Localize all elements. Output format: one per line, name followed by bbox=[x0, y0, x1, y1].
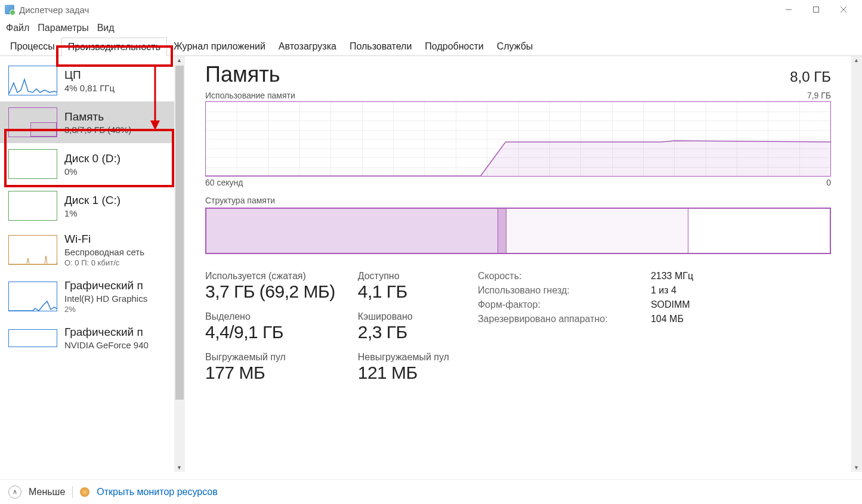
stat-nonpaged-value: 121 МБ bbox=[358, 363, 449, 383]
sidebar-memory-title: Память bbox=[64, 110, 131, 123]
gpu1-thumbnail-icon bbox=[8, 329, 57, 347]
stat-in-use-label: Используется (сжатая) bbox=[205, 271, 335, 282]
sidebar-disk0-title: Диск 0 (D:) bbox=[64, 152, 121, 165]
comp-free bbox=[688, 209, 830, 253]
open-resource-monitor-link[interactable]: Открыть монитор ресурсов bbox=[97, 487, 217, 497]
close-button[interactable] bbox=[830, 1, 857, 18]
svg-rect-1 bbox=[814, 7, 819, 13]
spec-speed-k: Скорость: bbox=[478, 271, 627, 282]
disk1-thumbnail-icon bbox=[8, 191, 57, 221]
sidebar-gpu0-sub2: 2% bbox=[64, 305, 147, 314]
tab-performance[interactable]: Производительность bbox=[61, 38, 167, 56]
comp-modified bbox=[498, 209, 506, 253]
composition-label: Структура памяти bbox=[205, 196, 831, 205]
menu-options[interactable]: Параметры bbox=[38, 23, 88, 33]
sidebar-scrollbar[interactable] bbox=[174, 56, 185, 472]
fewer-details-label[interactable]: Меньше bbox=[29, 487, 65, 497]
minimize-button[interactable] bbox=[775, 1, 802, 18]
sidebar-scroll-thumb[interactable] bbox=[175, 66, 184, 400]
tab-app-history[interactable]: Журнал приложений bbox=[167, 37, 272, 55]
sidebar-disk1-sub: 1% bbox=[64, 208, 121, 218]
menubar: Файл Параметры Вид bbox=[0, 19, 862, 37]
wifi-thumbnail-icon bbox=[8, 235, 57, 265]
resource-monitor-icon bbox=[80, 487, 89, 497]
sidebar-wifi-title: Wi-Fi bbox=[64, 233, 144, 246]
spec-form-k: Форм-фактор: bbox=[478, 299, 627, 310]
usage-chart-max: 7,9 ГБ bbox=[807, 91, 831, 100]
main-scrollbar[interactable] bbox=[851, 56, 862, 472]
sidebar-item-disk0[interactable]: Диск 0 (D:) 0% bbox=[0, 143, 174, 185]
memory-composition-chart bbox=[205, 208, 831, 254]
sidebar-item-memory[interactable]: Память 3,8/7,9 ГБ (48%) bbox=[0, 101, 174, 143]
tab-users[interactable]: Пользователи bbox=[343, 37, 418, 55]
gpu0-thumbnail-icon bbox=[8, 282, 57, 311]
window-title: Диспетчер задач bbox=[19, 5, 775, 15]
main-panel: Память 8,0 ГБ Использование памяти 7,9 Г… bbox=[185, 56, 851, 472]
stat-available-label: Доступно bbox=[358, 271, 449, 282]
menu-file[interactable]: Файл bbox=[6, 23, 29, 33]
sidebar-gpu0-title: Графический п bbox=[64, 279, 147, 292]
stat-committed-value: 4,4/9,1 ГБ bbox=[205, 322, 335, 342]
tab-services[interactable]: Службы bbox=[490, 37, 540, 55]
tab-processes[interactable]: Процессы bbox=[4, 37, 61, 55]
axis-left-label: 60 секунд bbox=[205, 178, 243, 187]
page-title: Память bbox=[205, 62, 280, 87]
axis-right-label: 0 bbox=[826, 178, 831, 187]
sidebar-wifi-sub2: О: 0 П: 0 кбит/с bbox=[64, 258, 144, 267]
sidebar: ЦП 4% 0,81 ГГц Память 3,8/7,9 ГБ (48%) Д… bbox=[0, 56, 174, 472]
usage-chart-label: Использование памяти bbox=[205, 91, 295, 100]
fewer-details-icon[interactable]: ∧ bbox=[8, 486, 21, 499]
sidebar-item-gpu0[interactable]: Графический п Intel(R) HD Graphics 2% bbox=[0, 273, 174, 320]
comp-standby bbox=[506, 209, 688, 253]
disk0-thumbnail-icon bbox=[8, 149, 57, 179]
sidebar-gpu1-title: Графический п bbox=[64, 326, 149, 339]
sidebar-item-disk1[interactable]: Диск 1 (C:) 1% bbox=[0, 185, 174, 227]
sidebar-disk1-title: Диск 1 (C:) bbox=[64, 194, 121, 207]
svg-marker-6 bbox=[206, 141, 830, 176]
titlebar: Диспетчер задач bbox=[0, 0, 862, 19]
stat-nonpaged-label: Невыгружаемый пул bbox=[358, 352, 449, 363]
tabs: Процессы Производительность Журнал прило… bbox=[0, 37, 862, 56]
memory-thumbnail-icon bbox=[8, 107, 57, 137]
comp-in-use bbox=[206, 209, 498, 253]
sidebar-wifi-sub: Беспроводная сеть bbox=[64, 247, 144, 257]
tab-startup[interactable]: Автозагрузка bbox=[272, 37, 343, 55]
memory-usage-chart bbox=[205, 101, 831, 177]
sidebar-disk0-sub: 0% bbox=[64, 166, 121, 177]
sidebar-item-gpu1[interactable]: Графический п NVIDIA GeForce 940 bbox=[0, 320, 174, 351]
sidebar-cpu-title: ЦП bbox=[64, 69, 115, 82]
memory-capacity: 8,0 ГБ bbox=[790, 69, 831, 85]
spec-speed-v: 2133 МГц bbox=[651, 271, 693, 282]
window-controls bbox=[775, 1, 857, 18]
stat-cached-label: Кэшировано bbox=[358, 311, 449, 322]
stat-cached-value: 2,3 ГБ bbox=[358, 322, 449, 342]
spec-form-v: SODIMM bbox=[651, 299, 690, 310]
sidebar-item-wifi[interactable]: Wi-Fi Беспроводная сеть О: 0 П: 0 кбит/с bbox=[0, 227, 174, 273]
maximize-button[interactable] bbox=[802, 1, 830, 18]
sidebar-gpu1-sub: NVIDIA GeForce 940 bbox=[64, 340, 149, 350]
cpu-thumbnail-icon bbox=[8, 66, 57, 95]
spec-table: Скорость:2133 МГц Использовано гнезд:1 и… bbox=[478, 271, 693, 383]
stat-paged-value: 177 МБ bbox=[205, 363, 335, 383]
menu-view[interactable]: Вид bbox=[97, 23, 115, 33]
stat-paged-label: Выгружаемый пул bbox=[205, 352, 335, 363]
sidebar-item-cpu[interactable]: ЦП 4% 0,81 ГГц bbox=[0, 60, 174, 101]
spec-slots-v: 1 из 4 bbox=[651, 285, 676, 296]
sidebar-gpu0-sub: Intel(R) HD Graphics bbox=[64, 293, 147, 304]
tab-details[interactable]: Подробности bbox=[418, 37, 490, 55]
stat-available-value: 4,1 ГБ bbox=[358, 282, 449, 302]
spec-reserved-v: 104 МБ bbox=[651, 314, 684, 324]
spec-slots-k: Использовано гнезд: bbox=[478, 285, 627, 296]
app-icon bbox=[5, 5, 14, 14]
spec-reserved-k: Зарезервировано аппаратно: bbox=[478, 314, 627, 324]
stat-in-use-value: 3,7 ГБ (69,2 МБ) bbox=[205, 282, 335, 302]
footer: ∧ Меньше Открыть монитор ресурсов bbox=[0, 479, 862, 504]
stats-grid: Используется (сжатая) 3,7 ГБ (69,2 МБ) Д… bbox=[205, 271, 449, 383]
footer-separator bbox=[72, 486, 73, 498]
stat-committed-label: Выделено bbox=[205, 311, 335, 322]
sidebar-memory-sub: 3,8/7,9 ГБ (48%) bbox=[64, 125, 131, 135]
sidebar-cpu-sub: 4% 0,81 ГГц bbox=[64, 83, 115, 93]
